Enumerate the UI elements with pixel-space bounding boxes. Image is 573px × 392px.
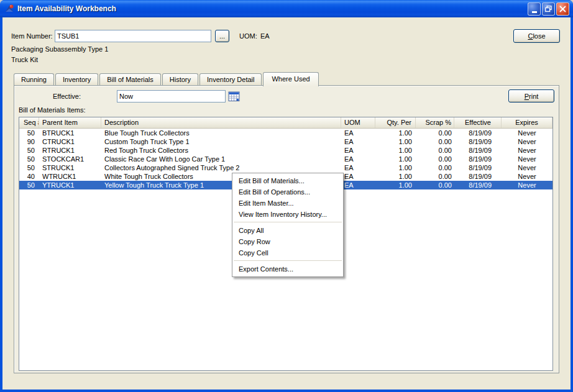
table-cell: 0.00 [416,146,454,155]
menu-item-view-item-inventory-history[interactable]: View Item Inventory History... [232,209,343,220]
calendar-picker-button[interactable] [228,91,240,102]
table-cell: Collectors Autographed Signed Truck Type… [101,163,341,172]
table-row[interactable]: 50STOCKCAR1Classic Race Car With Logo Ca… [19,155,552,163]
item-number-input[interactable] [55,30,211,42]
table-cell: 50 [19,146,39,155]
tab-bill-of-materials[interactable]: Bill of Materials [99,73,161,85]
table-cell: Never [502,172,552,181]
tab-inventory[interactable]: Inventory [55,73,98,85]
table-cell: YTRUCK1 [39,181,101,189]
table-cell: 50 [19,163,39,172]
table-cell: 1.00 [375,129,416,137]
table-cell: BTRUCK1 [39,129,101,137]
column-header-qty-per[interactable]: Qty. Per [375,117,416,128]
uom-value: EA [260,30,270,42]
restore-button[interactable] [542,2,555,16]
table-cell: EA [341,163,375,172]
table-cell: RTRUCK1 [39,146,101,155]
table-cell: EA [341,146,375,155]
menu-item-export-contents[interactable]: Export Contents... [232,263,343,275]
column-header-effective[interactable]: Effective [454,117,502,128]
table-cell: 8/19/09 [454,155,502,163]
table-row[interactable]: 50RTRUCK1Red Tough Truck CollectorsEA1.0… [19,146,552,155]
menu-item-copy-cell[interactable]: Copy Cell [232,247,343,258]
table-cell: 8/19/09 [454,163,502,172]
column-header-uom[interactable]: UOM [341,117,375,128]
table-cell: 8/19/09 [454,181,502,189]
column-header-seq[interactable]: Seq # [19,117,39,128]
table-cell: 1.00 [375,172,416,181]
menu-item-copy-all[interactable]: Copy All [232,225,343,236]
table-cell: CTRUCK1 [39,137,101,146]
calendar-icon [228,91,240,102]
effective-input[interactable] [117,90,226,103]
table-cell: 40 [19,172,39,181]
table-cell: EA [341,181,375,189]
menu-item-edit-bill-of-operations[interactable]: Edit Bill of Operations... [232,186,343,198]
close-icon [559,6,566,12]
table-cell: 1.00 [375,146,416,155]
table-row[interactable]: 90CTRUCK1Custom Tough Truck Type 1EA1.00… [19,137,552,146]
table-cell: 50 [19,129,39,137]
browse-button[interactable]: ... [215,30,229,42]
table-cell: 0.00 [416,129,454,137]
table-cell: Never [502,181,552,189]
close-window-button[interactable] [556,2,569,16]
table-cell: 1.00 [375,137,416,146]
table-cell: Never [502,129,552,137]
table-row[interactable]: 50STRUCK1Collectors Autographed Signed T… [19,163,552,172]
close-button[interactable]: Close [513,29,560,43]
table-cell: EA [341,172,375,181]
tab-inventory-detail[interactable]: Inventory Detail [199,73,262,85]
column-header-parent-item[interactable]: Parent Item [39,117,101,128]
table-cell: 8/19/09 [454,172,502,181]
table-cell: EA [341,155,375,163]
table-row[interactable]: 50BTRUCK1Blue Tough Truck CollectorsEA1.… [19,129,552,137]
window-title: Item Availability Workbench [17,4,116,13]
column-header-expires[interactable]: Expires [502,117,552,128]
table-cell: Never [502,163,552,172]
table-cell: STOCKCAR1 [39,155,101,163]
table-cell: 8/19/09 [454,137,502,146]
table-cell: Red Tough Truck Collectors [101,146,341,155]
table-cell: STRUCK1 [39,163,101,172]
uom-label: UOM: [239,30,257,42]
table-cell: 0.00 [416,181,454,189]
client-area: Item Number: ... UOM: EA Close Packaging… [2,17,571,390]
table-cell: 1.00 [375,163,416,172]
table-cell: Never [502,146,552,155]
effective-label: Effective: [53,90,81,103]
tab-where-used[interactable]: Where Used [263,72,318,86]
table-cell: Blue Tough Truck Collectors [101,129,341,137]
table-cell: Never [502,155,552,163]
restore-icon [545,6,552,12]
bom-items-label: Bill of Materials Items: [19,106,86,114]
tab-running[interactable]: Running [14,73,54,85]
titlebar[interactable]: Item Availability Workbench [0,0,573,17]
window: Item Availability Workbench Item Number:… [0,0,573,392]
table-cell: 0.00 [416,155,454,163]
table-cell: 0.00 [416,163,454,172]
table-cell: WTRUCK1 [39,172,101,181]
print-button[interactable]: Print [508,89,554,103]
table-cell: Classic Race Car With Logo Car Type 1 [101,155,341,163]
app-icon[interactable] [4,4,14,14]
tab-bar: RunningInventoryBill of MaterialsHistory… [14,71,320,85]
table-cell: 0.00 [416,172,454,181]
menu-separator [234,260,342,261]
table-cell: 1.00 [375,155,416,163]
table-cell: 90 [19,137,39,146]
menu-item-edit-item-master[interactable]: Edit Item Master... [232,198,343,209]
menu-item-copy-row[interactable]: Copy Row [232,236,343,247]
column-header-description[interactable]: Description [101,117,341,128]
table-cell: Never [502,137,552,146]
table-cell: EA [341,129,375,137]
table-cell: 50 [19,155,39,163]
window-controls [528,2,569,16]
menu-item-edit-bill-of-materials[interactable]: Edit Bill of Materials... [232,175,343,186]
item-number-label: Item Number: [11,30,53,42]
tab-history[interactable]: History [162,73,198,85]
column-header-scrap[interactable]: Scrap % [416,117,454,128]
minimize-button[interactable] [528,2,541,16]
table-cell: EA [341,137,375,146]
